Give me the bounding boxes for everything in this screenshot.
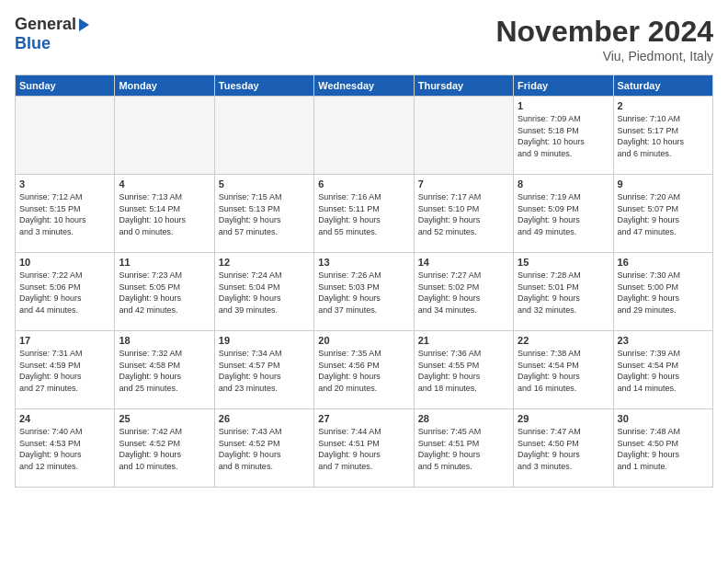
day-number: 12 [219,257,310,268]
day-info: Sunrise: 7:45 AM Sunset: 4:51 PM Dayligh… [418,426,509,472]
calendar-cell: 14Sunrise: 7:27 AM Sunset: 5:02 PM Dayli… [414,253,513,331]
day-number: 20 [318,335,409,346]
day-number: 18 [119,335,210,346]
day-number: 11 [119,257,210,268]
weekday-header-tuesday: Tuesday [214,75,313,97]
day-number: 15 [518,257,609,268]
week-row-3: 10Sunrise: 7:22 AM Sunset: 5:06 PM Dayli… [16,253,713,331]
day-number: 19 [219,335,310,346]
weekday-header-friday: Friday [514,75,613,97]
day-info: Sunrise: 7:09 AM Sunset: 5:18 PM Dayligh… [518,113,609,159]
day-info: Sunrise: 7:23 AM Sunset: 5:05 PM Dayligh… [119,270,210,316]
logo-blue: Blue [15,34,51,52]
calendar-cell: 20Sunrise: 7:35 AM Sunset: 4:56 PM Dayli… [314,331,414,409]
day-number: 14 [418,257,509,268]
calendar-cell [16,97,115,175]
weekday-header-sunday: Sunday [16,75,115,97]
week-row-4: 17Sunrise: 7:31 AM Sunset: 4:59 PM Dayli… [16,331,713,409]
calendar-cell: 3Sunrise: 7:12 AM Sunset: 5:15 PM Daylig… [16,175,115,253]
calendar-cell: 7Sunrise: 7:17 AM Sunset: 5:10 PM Daylig… [414,175,513,253]
calendar-cell [414,97,513,175]
day-info: Sunrise: 7:36 AM Sunset: 4:55 PM Dayligh… [418,348,509,394]
calendar-cell: 30Sunrise: 7:48 AM Sunset: 4:50 PM Dayli… [613,409,712,488]
day-number: 30 [618,413,709,424]
weekday-header-row: SundayMondayTuesdayWednesdayThursdayFrid… [16,75,713,97]
day-number: 24 [19,413,110,424]
day-number: 22 [518,335,609,346]
calendar-cell: 9Sunrise: 7:20 AM Sunset: 5:07 PM Daylig… [613,175,712,253]
page-header: General Blue November 2024 Viu, Piedmont… [15,15,713,63]
calendar-cell: 25Sunrise: 7:42 AM Sunset: 4:52 PM Dayli… [115,409,214,488]
day-number: 13 [318,257,409,268]
calendar-table: SundayMondayTuesdayWednesdayThursdayFrid… [15,75,713,488]
calendar-cell: 22Sunrise: 7:38 AM Sunset: 4:54 PM Dayli… [514,331,613,409]
day-number: 5 [219,178,310,190]
day-info: Sunrise: 7:43 AM Sunset: 4:52 PM Dayligh… [219,426,310,472]
day-number: 17 [19,335,110,346]
day-info: Sunrise: 7:19 AM Sunset: 5:09 PM Dayligh… [518,191,609,237]
day-info: Sunrise: 7:48 AM Sunset: 4:50 PM Dayligh… [618,426,709,472]
day-info: Sunrise: 7:12 AM Sunset: 5:15 PM Dayligh… [19,191,110,237]
calendar-cell: 15Sunrise: 7:28 AM Sunset: 5:01 PM Dayli… [514,253,613,331]
calendar-cell: 5Sunrise: 7:15 AM Sunset: 5:13 PM Daylig… [214,175,313,253]
calendar-cell: 18Sunrise: 7:32 AM Sunset: 4:58 PM Dayli… [115,331,214,409]
day-number: 10 [19,257,110,268]
day-info: Sunrise: 7:38 AM Sunset: 4:54 PM Dayligh… [518,348,609,394]
day-number: 26 [219,413,310,424]
month-title: November 2024 [495,15,713,49]
calendar-cell: 23Sunrise: 7:39 AM Sunset: 4:54 PM Dayli… [613,331,712,409]
day-info: Sunrise: 7:28 AM Sunset: 5:01 PM Dayligh… [518,270,609,316]
week-row-1: 1Sunrise: 7:09 AM Sunset: 5:18 PM Daylig… [16,97,713,175]
day-info: Sunrise: 7:42 AM Sunset: 4:52 PM Dayligh… [119,426,210,472]
day-number: 23 [618,335,709,346]
calendar-cell: 8Sunrise: 7:19 AM Sunset: 5:09 PM Daylig… [514,175,613,253]
title-section: November 2024 Viu, Piedmont, Italy [495,15,713,63]
day-number: 6 [318,178,409,190]
day-number: 2 [618,100,709,111]
calendar-cell [214,97,313,175]
day-info: Sunrise: 7:10 AM Sunset: 5:17 PM Dayligh… [618,113,709,159]
day-info: Sunrise: 7:34 AM Sunset: 4:57 PM Dayligh… [219,348,310,394]
day-info: Sunrise: 7:13 AM Sunset: 5:14 PM Dayligh… [119,191,210,237]
day-number: 9 [618,178,709,190]
calendar-cell: 11Sunrise: 7:23 AM Sunset: 5:05 PM Dayli… [115,253,214,331]
calendar-cell: 21Sunrise: 7:36 AM Sunset: 4:55 PM Dayli… [414,331,513,409]
day-number: 21 [418,335,509,346]
day-info: Sunrise: 7:26 AM Sunset: 5:03 PM Dayligh… [318,270,409,316]
week-row-2: 3Sunrise: 7:12 AM Sunset: 5:15 PM Daylig… [16,175,713,253]
day-info: Sunrise: 7:31 AM Sunset: 4:59 PM Dayligh… [19,348,110,394]
day-info: Sunrise: 7:32 AM Sunset: 4:58 PM Dayligh… [119,348,210,394]
day-number: 7 [418,178,509,190]
calendar-cell: 28Sunrise: 7:45 AM Sunset: 4:51 PM Dayli… [414,409,513,488]
week-row-5: 24Sunrise: 7:40 AM Sunset: 4:53 PM Dayli… [16,409,713,488]
location-subtitle: Viu, Piedmont, Italy [495,49,713,63]
day-info: Sunrise: 7:16 AM Sunset: 5:11 PM Dayligh… [318,191,409,237]
day-info: Sunrise: 7:22 AM Sunset: 5:06 PM Dayligh… [19,270,110,316]
day-number: 3 [19,178,110,190]
calendar-cell: 4Sunrise: 7:13 AM Sunset: 5:14 PM Daylig… [115,175,214,253]
day-info: Sunrise: 7:30 AM Sunset: 5:00 PM Dayligh… [618,270,709,316]
day-info: Sunrise: 7:44 AM Sunset: 4:51 PM Dayligh… [318,426,409,472]
calendar-cell: 29Sunrise: 7:47 AM Sunset: 4:50 PM Dayli… [514,409,613,488]
day-info: Sunrise: 7:15 AM Sunset: 5:13 PM Dayligh… [219,191,310,237]
logo: General Blue [15,15,89,53]
day-info: Sunrise: 7:40 AM Sunset: 4:53 PM Dayligh… [19,426,110,472]
day-number: 16 [618,257,709,268]
day-number: 27 [318,413,409,424]
day-number: 25 [119,413,210,424]
calendar-cell: 6Sunrise: 7:16 AM Sunset: 5:11 PM Daylig… [314,175,414,253]
calendar-cell [115,97,214,175]
calendar-cell: 16Sunrise: 7:30 AM Sunset: 5:00 PM Dayli… [613,253,712,331]
weekday-header-saturday: Saturday [613,75,712,97]
logo-arrow-icon [79,18,89,31]
weekday-header-monday: Monday [115,75,214,97]
day-info: Sunrise: 7:47 AM Sunset: 4:50 PM Dayligh… [518,426,609,472]
calendar-cell: 19Sunrise: 7:34 AM Sunset: 4:57 PM Dayli… [214,331,313,409]
day-number: 1 [518,100,609,111]
day-info: Sunrise: 7:24 AM Sunset: 5:04 PM Dayligh… [219,270,310,316]
day-number: 29 [518,413,609,424]
day-info: Sunrise: 7:17 AM Sunset: 5:10 PM Dayligh… [418,191,509,237]
day-info: Sunrise: 7:27 AM Sunset: 5:02 PM Dayligh… [418,270,509,316]
day-number: 4 [119,178,210,190]
calendar-cell: 2Sunrise: 7:10 AM Sunset: 5:17 PM Daylig… [613,97,712,175]
